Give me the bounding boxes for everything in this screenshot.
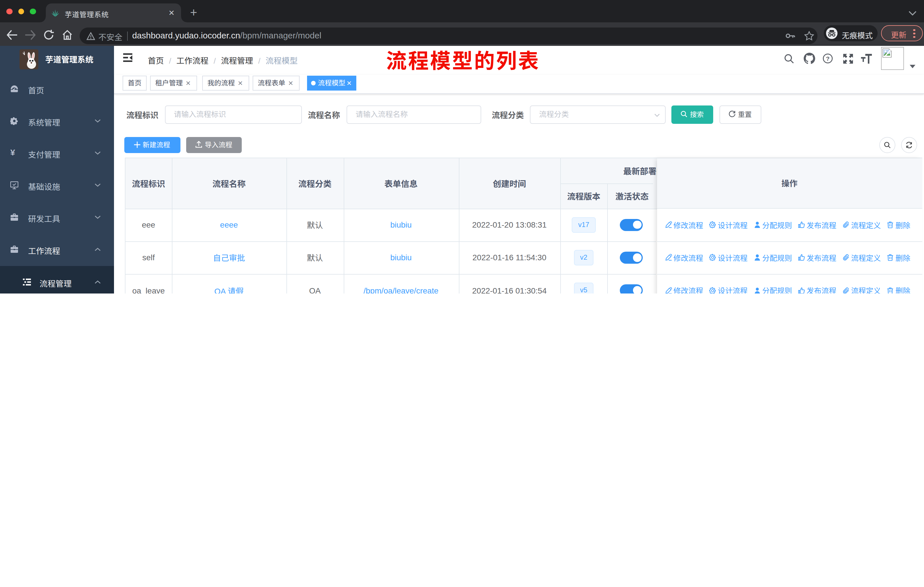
svg-text:?: ?	[826, 55, 830, 62]
